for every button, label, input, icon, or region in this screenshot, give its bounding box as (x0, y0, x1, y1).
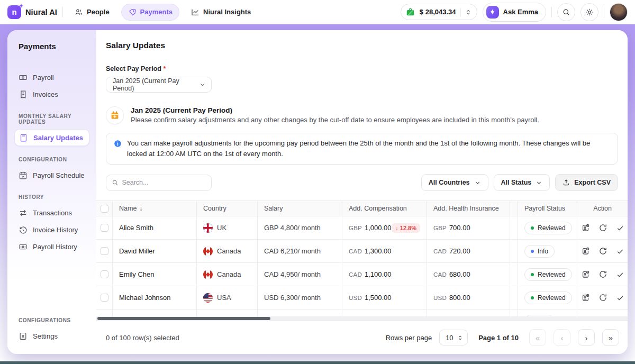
payroll-status-cell: Reviewed (518, 216, 577, 239)
refresh-action-icon[interactable] (598, 223, 607, 232)
country-label: Canada (217, 270, 241, 278)
main-panel: Salary Updates Select Pay Period * Jan 2… (96, 30, 628, 354)
last-page-button[interactable]: » (602, 329, 619, 346)
payments-icon (128, 8, 137, 16)
payroll-status-badge: Info (524, 245, 555, 258)
sidebar-item-invoice-history[interactable]: Invoice History (14, 221, 89, 238)
status-dot (531, 226, 534, 230)
previous-page-button[interactable]: ‹ (554, 329, 570, 346)
row-checkbox[interactable] (101, 247, 108, 255)
action-cell (577, 240, 628, 262)
approve-check-action-icon[interactable] (616, 247, 624, 256)
next-page-button[interactable]: › (578, 329, 595, 346)
calendar-check-icon (19, 171, 28, 180)
add-health-insurance-cell: USD800.00 (427, 286, 510, 309)
id-card-icon (19, 332, 28, 341)
rows-per-page-label: Rows per page (386, 334, 432, 342)
brand[interactable]: n Niural AI (7, 5, 57, 19)
divider (62, 7, 63, 17)
column-header-payroll-status[interactable]: Payroll Status (518, 201, 577, 216)
pay-period-select[interactable]: Jan 2025 (Current Pay Period) (106, 77, 212, 93)
currency-code: CAD (349, 248, 362, 254)
search-button[interactable] (557, 3, 575, 21)
sidebar-item-transactions[interactable]: Transactions (14, 204, 89, 221)
nav-label: Payments (140, 8, 173, 16)
transfer-arrows-icon (19, 208, 28, 217)
calendar-badge (106, 106, 124, 124)
add-health-insurance-cell: GBP700.00 (427, 216, 510, 239)
sidebar-title: Payments (14, 42, 89, 51)
export-csv-label: Export CSV (574, 179, 611, 186)
employee-name: Michael Johnson (112, 286, 196, 309)
refresh-action-icon[interactable] (598, 247, 607, 256)
up-down-chevron-icon (465, 8, 471, 16)
uk-flag-icon (203, 223, 213, 233)
sidebar-item-payroll-history[interactable]: Payroll History (14, 238, 89, 255)
refresh-action-icon[interactable] (598, 270, 607, 279)
info-icon (114, 140, 122, 148)
column-header-name[interactable]: Name ↓ (112, 201, 196, 216)
compensation-value: 1,100.00 (365, 270, 392, 278)
column-header-country[interactable]: Country (196, 201, 257, 216)
balance-selector[interactable]: $ 28,043.34 (401, 4, 477, 20)
banknote-icon (19, 73, 28, 82)
employee-profile-action-icon[interactable] (581, 247, 590, 256)
select-all-checkbox[interactable] (101, 205, 108, 213)
chevron-down-icon (536, 179, 542, 186)
sidebar-section-configurations: CONFIGURATIONS (14, 317, 89, 323)
nav-item-niural-insights[interactable]: Niural Insights (185, 4, 257, 20)
row-checkbox[interactable] (101, 270, 108, 278)
currency-code: USD (349, 295, 362, 301)
column-header-add-compensation[interactable]: Add. Compensation (342, 201, 427, 216)
settings-gear-button[interactable] (580, 3, 598, 21)
nav-item-payments[interactable]: Payments (121, 4, 179, 21)
search-field[interactable] (106, 175, 212, 191)
add-compensation-cell: CAD1,100.00 (342, 263, 427, 286)
employee-profile-action-icon[interactable] (581, 293, 590, 302)
calendar-icon (110, 111, 120, 120)
refresh-action-icon[interactable] (598, 293, 607, 302)
user-avatar[interactable] (610, 3, 628, 21)
column-header-salary[interactable]: Salary (257, 201, 342, 216)
table-header-row: Name ↓CountrySalaryAdd. CompensationAdd.… (96, 201, 628, 216)
column-header-add-health-insurance[interactable]: Add. Health Insurance (427, 201, 510, 216)
filter-countries-button[interactable]: All Countries (421, 174, 488, 191)
approve-check-action-icon[interactable] (616, 224, 624, 232)
scrollbar-thumb[interactable] (97, 317, 270, 320)
approve-check-action-icon[interactable] (616, 270, 624, 279)
compensation-decrease-badge: ↓12.8% (392, 223, 420, 233)
window-bottom-edge (0, 361, 635, 364)
sidebar-item-payroll-schedule[interactable]: Payroll Schedule (14, 167, 89, 184)
first-page-button[interactable]: « (529, 329, 546, 346)
rows-per-page-select[interactable]: 10 (439, 330, 468, 345)
action-cell (577, 310, 628, 316)
horizontal-scrollbar[interactable] (96, 316, 628, 321)
page-background: Payments Payroll Invoices MONTHLY SALARY… (0, 24, 635, 364)
add-health-insurance-cell: CAD680.00 (427, 263, 510, 286)
content-card: Payments Payroll Invoices MONTHLY SALARY… (7, 30, 628, 354)
row-checkbox[interactable] (101, 224, 108, 232)
filter-status-button[interactable]: All Status (494, 174, 550, 191)
employee-profile-action-icon[interactable] (581, 223, 590, 232)
chevron-down-icon (199, 81, 206, 88)
sidebar-item-invoices[interactable]: Invoices (14, 86, 89, 103)
sidebar-item-settings[interactable]: Settings (14, 327, 89, 344)
add-health-insurance-cell: CAD720.00 (427, 240, 510, 262)
search-input[interactable] (122, 179, 206, 186)
nav-item-people[interactable]: People (68, 4, 116, 20)
row-checkbox[interactable] (101, 294, 108, 302)
page-title: Salary Updates (106, 41, 619, 50)
approve-check-action-icon[interactable] (616, 294, 624, 302)
emma-sparkle-icon (486, 6, 499, 19)
sidebar-item-salary-updates[interactable]: Salary Updates (14, 129, 89, 146)
sidebar-item-payroll[interactable]: Payroll (14, 69, 89, 86)
export-csv-button[interactable]: Export CSV (555, 174, 618, 191)
ask-emma-button[interactable]: Ask Emma (483, 3, 546, 22)
add-health-insurance-cell: INR500.00 (427, 310, 510, 316)
payroll-history-icon (19, 242, 28, 251)
column-header-action: Action (577, 201, 628, 216)
employee-profile-action-icon[interactable] (581, 270, 590, 279)
sidebar-section-monthly-salary-updates: MONTHLY SALARY UPDATES (14, 113, 89, 125)
niural-logo-icon: n (7, 5, 21, 19)
currency-code: GBP (433, 225, 447, 231)
